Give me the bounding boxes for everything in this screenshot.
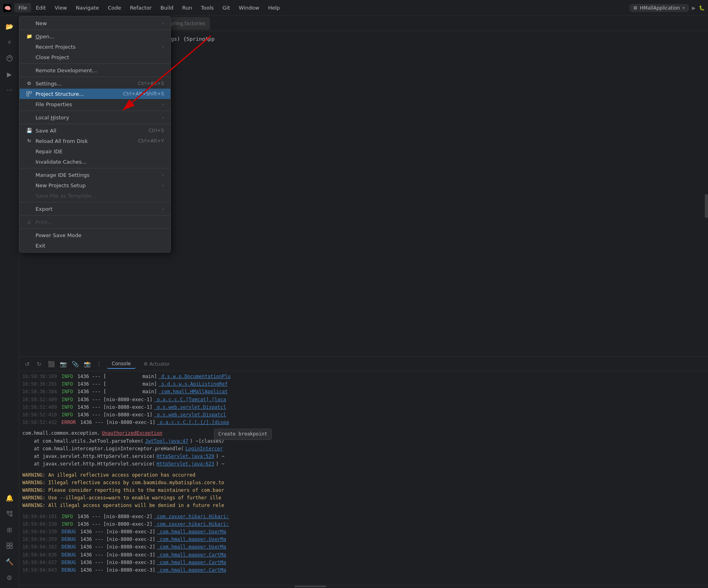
separator-8	[20, 215, 170, 216]
sidebar-run-icon[interactable]: ▶	[2, 67, 17, 81]
menu-item-project-structure[interactable]: Project Structure... Ctrl+Alt+Shift+S	[20, 89, 170, 99]
toolbar-stop-btn[interactable]: ⬛	[46, 359, 56, 369]
menu-item-power-save[interactable]: Power Save Mode	[20, 230, 170, 240]
separator-6	[20, 168, 170, 168]
run-button[interactable]: ▶	[692, 5, 696, 11]
tab-label-factories: spring.factories	[168, 21, 205, 26]
menu-navigate[interactable]: Navigate	[72, 3, 103, 12]
separator-9	[20, 228, 170, 229]
log-spacer-3	[22, 510, 705, 513]
svg-point-3	[7, 511, 9, 513]
more-log-3: 16:59:04:339 DEBUG 1436 --- [nio-8080-ex…	[22, 528, 705, 536]
menu-edit[interactable]: Edit	[32, 3, 50, 12]
sidebar-terminal-icon[interactable]: ⊞	[2, 523, 17, 537]
create-breakpoint-tooltip: Create breakpoint	[214, 429, 272, 440]
new-projects-icon	[26, 182, 32, 188]
log-spacer-2	[22, 468, 705, 471]
menu-item-print: 🖨 Print...	[20, 217, 170, 227]
toolbar-camera-btn[interactable]: 📸	[82, 359, 92, 369]
menu-window[interactable]: Window	[235, 3, 263, 12]
svg-rect-11	[30, 91, 32, 93]
menu-item-open[interactable]: 📁 Open...	[20, 31, 170, 42]
sidebar-git-icon[interactable]	[2, 507, 17, 521]
console-scroll-thumb	[295, 586, 326, 587]
menu-file[interactable]: File	[14, 3, 31, 12]
menu-item-repair[interactable]: Repair IDE	[20, 146, 170, 156]
file-properties-icon	[26, 101, 32, 107]
invalidate-icon	[26, 158, 32, 165]
sidebar-services-icon[interactable]	[2, 539, 17, 553]
sidebar-settings-icon[interactable]: ⚙	[2, 570, 17, 585]
svg-text:🧠: 🧠	[4, 5, 11, 12]
sidebar-build-icon[interactable]: 🔨	[2, 554, 17, 569]
debug-button[interactable]: 🐛	[699, 5, 705, 11]
separator-7	[20, 202, 170, 202]
save-all-icon: 💾	[26, 127, 32, 134]
menu-item-remote-dev[interactable]: Remote Development...	[20, 65, 170, 75]
print-icon: 🖨	[26, 219, 32, 225]
new-icon	[26, 20, 32, 26]
menu-item-exit[interactable]: Exit	[20, 240, 170, 251]
sidebar-notifications-icon[interactable]: 🔔	[2, 491, 17, 505]
menu-item-local-history[interactable]: Local History ›	[20, 112, 170, 123]
more-log-5: 16:59:04:382 DEBUG 1436 --- [nio-8080-ex…	[22, 543, 705, 551]
sidebar-search-icon[interactable]: ⚡	[2, 35, 17, 49]
menu-item-manage-ide[interactable]: Manage IDE Settings ›	[20, 170, 170, 180]
app-icon: 🧠	[3, 4, 11, 12]
menu-view[interactable]: View	[51, 3, 71, 12]
toolbar-more-btn[interactable]: ⋮	[94, 359, 104, 369]
menu-item-new[interactable]: New ›	[20, 18, 170, 28]
toolbar-attach-btn[interactable]: 📎	[70, 359, 80, 369]
console-output: 16:58:36:169 INFO 1436 --- [ main] d.s.w…	[19, 371, 708, 585]
warning-2: WARNING: Illegal reflective access by co…	[22, 479, 705, 487]
toolbar-screenshot-btn[interactable]: 📷	[58, 359, 68, 369]
sidebar-vcs-icon[interactable]	[2, 51, 17, 65]
exception-stack-2: at com.hmall.interceptor.LoginIntercepto…	[22, 445, 705, 453]
log-line-6: 16:58:52:410 INFO 1436 --- [nio-8080-exe…	[22, 411, 705, 419]
menu-item-close-project[interactable]: Close Project	[20, 52, 170, 62]
run-config-label: HMallApplication	[640, 5, 680, 11]
run-config[interactable]: ⚙ HMallApplication ▾	[629, 4, 689, 12]
panel-tab-console[interactable]: Console	[107, 359, 136, 369]
console-scrollbar[interactable]	[19, 585, 708, 588]
menu-item-reload[interactable]: ↻ Reload All from Disk Ctrl+Alt+Y	[20, 136, 170, 146]
power-save-icon	[26, 232, 32, 238]
separator-2	[20, 63, 170, 64]
panel-tab-actuator[interactable]: ⚙ Actuator	[139, 360, 175, 368]
menu-tools[interactable]: Tools	[197, 3, 218, 12]
file-menu-dropdown: New › 📁 Open... Recent Projects › Close …	[19, 16, 171, 253]
manage-ide-icon	[26, 172, 32, 178]
menu-build[interactable]: Build	[156, 3, 178, 12]
window-controls: ⚙ HMallApplication ▾ ▶ 🐛	[629, 4, 705, 12]
svg-rect-8	[7, 546, 9, 548]
editor-scrollbar[interactable]	[705, 194, 708, 218]
menu-git[interactable]: Git	[219, 3, 234, 12]
menu-item-new-projects-setup[interactable]: New Projects Setup ›	[20, 180, 170, 190]
menu-item-save-all[interactable]: 💾 Save All Ctrl+S	[20, 125, 170, 136]
actuator-icon: ⚙	[144, 361, 148, 367]
menu-item-settings[interactable]: ⚙ Settings... Ctrl+Alt+S	[20, 78, 170, 89]
log-line-2: 16:58:36:201 INFO 1436 --- [ main] s.d.s…	[22, 380, 705, 388]
svg-rect-12	[27, 94, 29, 96]
svg-rect-7	[10, 543, 12, 545]
menu-code[interactable]: Code	[104, 3, 125, 12]
svg-rect-6	[7, 543, 9, 545]
menu-item-recent-projects[interactable]: Recent Projects ›	[20, 42, 170, 52]
menu-item-export[interactable]: Export ›	[20, 204, 170, 214]
bottom-panel: ↺ ↻ ⬛ 📷 📎 📸 ⋮ Console ⚙ Actuator 16:58:3…	[19, 356, 708, 588]
left-sidebar: 📂 ⚡ ▶ ··· 🔔 ⊞ 🔨 ⚙	[0, 16, 19, 588]
exception-main-line: com.hmall.common.exception. Unauthorized…	[22, 430, 705, 438]
sidebar-more-icon[interactable]: ···	[2, 83, 17, 97]
menu-refactor[interactable]: Refactor	[126, 3, 156, 12]
menu-help[interactable]: Help	[264, 3, 284, 12]
sidebar-bottom-icons: 🔔 ⊞ 🔨 ⚙	[2, 491, 17, 585]
menu-item-file-properties[interactable]: File Properties ›	[20, 99, 170, 109]
toolbar-reload-btn[interactable]: ↻	[34, 359, 44, 369]
exception-stack-3: at javax.servlet.http.HttpServlet.servic…	[22, 453, 705, 460]
sidebar-project-icon[interactable]: 📂	[2, 19, 17, 34]
settings-icon: ⚙	[26, 80, 32, 87]
menu-item-invalidate[interactable]: Invalidate Caches...	[20, 156, 170, 167]
toolbar-refresh-btn[interactable]: ↺	[22, 359, 32, 369]
separator-1	[20, 30, 170, 30]
menu-run[interactable]: Run	[178, 3, 196, 12]
